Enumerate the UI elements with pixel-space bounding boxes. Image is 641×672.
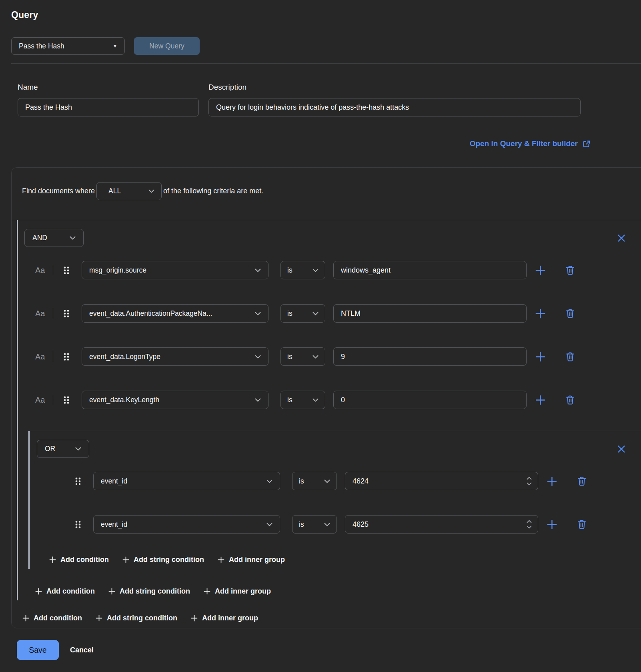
row-divider [53,351,53,362]
save-button[interactable]: Save [17,640,59,660]
trash-icon [565,351,575,362]
cancel-button[interactable]: Cancel [70,646,94,654]
delete-condition-button[interactable] [565,351,575,362]
operator-select-value: is [287,353,292,361]
value-input[interactable] [333,391,527,409]
number-stepper[interactable] [527,477,532,485]
add-inner-group-button[interactable]: Add inner group [191,614,258,622]
add-inner-group-button[interactable]: Add inner group [204,587,271,596]
trash-icon [565,265,575,275]
delete-condition-button[interactable] [577,519,587,530]
open-builder-link-label: Open in Query & Filter builder [470,139,578,148]
delete-condition-button[interactable] [565,308,575,319]
field-select[interactable]: event_id [93,515,280,534]
value-input[interactable] [345,515,538,534]
caret-down-icon: ▼ [113,44,117,48]
add-condition-button[interactable]: Add condition [49,556,109,564]
condition-row: Aa event_data.KeyLength is [12,391,641,409]
add-string-condition-button[interactable]: Add string condition [96,614,177,622]
field-select-value: event_data.KeyLength [89,396,159,404]
name-input[interactable] [18,98,199,116]
drag-handle-icon[interactable] [64,309,69,318]
operator-select[interactable]: is [280,347,325,366]
external-link-icon [582,140,591,148]
chevron-up-icon [527,477,532,480]
group-operator-select[interactable]: AND [24,229,84,247]
drag-handle-icon[interactable] [64,396,69,404]
open-builder-link[interactable]: Open in Query & Filter builder [470,139,591,148]
drag-handle-icon[interactable] [64,353,69,361]
operator-select[interactable]: is [280,391,325,409]
chevron-down-icon [255,312,261,315]
chevron-up-icon [527,520,532,523]
header-divider [11,63,641,64]
add-sibling-button[interactable] [535,395,546,405]
add-condition-button[interactable]: Add condition [22,614,82,622]
add-sibling-button[interactable] [535,351,546,362]
chevron-down-icon [312,312,318,315]
operator-select[interactable]: is [280,304,325,323]
plus-icon [108,588,115,595]
row-divider [53,308,53,319]
chevron-down-icon [312,269,318,272]
delete-condition-button[interactable] [565,395,575,405]
description-input[interactable] [208,98,581,116]
remove-group-button[interactable] [617,445,626,453]
value-input[interactable] [333,304,527,323]
field-select[interactable]: msg_origin.source [82,261,268,279]
value-input[interactable] [333,261,527,279]
value-input[interactable] [333,347,527,366]
chevron-down-icon [266,523,272,526]
field-select-value: event_id [101,520,127,529]
plus-icon [204,588,210,595]
drag-handle-icon[interactable] [75,520,81,529]
field-select[interactable]: event_data.LogonType [82,347,268,366]
field-select-value: event_id [101,477,127,485]
plus-icon [535,395,546,405]
add-inner-group-label: Add inner group [229,556,285,564]
plus-icon [218,556,224,563]
drag-handle-icon[interactable] [64,266,69,275]
and-group-add-row: Add condition Add string condition Add i… [12,587,641,596]
operator-select[interactable]: is [280,261,325,279]
field-select[interactable]: event_id [93,472,280,490]
plus-icon [535,351,546,362]
chevron-down-icon [324,479,330,483]
chevron-down-icon [255,355,261,359]
chevron-down-icon [312,398,318,402]
group-operator-select[interactable]: OR [37,440,89,458]
add-sibling-button[interactable] [547,519,557,530]
condition-row: Aa msg_origin.source is [12,261,641,279]
number-stepper[interactable] [527,520,532,529]
plus-icon [535,308,546,319]
plus-icon [35,588,42,595]
add-string-condition-label: Add string condition [120,587,190,596]
add-sibling-button[interactable] [547,476,557,487]
add-condition-label: Add condition [34,614,82,622]
add-string-condition-button[interactable]: Add string condition [122,556,204,564]
find-suffix: of the following criteria are met. [163,187,263,195]
value-input[interactable] [345,472,538,490]
operator-select-value: is [299,520,304,529]
drag-handle-icon[interactable] [75,477,81,485]
operator-select[interactable]: is [292,472,337,490]
add-inner-group-button[interactable]: Add inner group [218,556,285,564]
string-type-icon: Aa [35,309,50,318]
saved-query-select[interactable]: Pass the Hash ▼ [11,37,125,55]
field-select[interactable]: event_data.KeyLength [82,391,268,409]
delete-condition-button[interactable] [577,476,587,486]
add-sibling-button[interactable] [535,308,546,319]
and-group: AND Aa msg_origin.source is [12,220,641,600]
chevron-down-icon [527,526,532,529]
operator-select[interactable]: is [292,515,337,534]
remove-group-button[interactable] [617,234,626,243]
delete-condition-button[interactable] [565,265,575,275]
add-condition-button[interactable]: Add condition [35,587,95,596]
condition-row: event_id is [28,472,641,490]
name-label: Name [18,83,199,92]
field-select[interactable]: event_data.AuthenticationPackageNa... [82,304,268,323]
add-sibling-button[interactable] [535,265,546,276]
match-type-select[interactable]: ALL [96,182,162,200]
add-string-condition-button[interactable]: Add string condition [108,587,190,596]
new-query-button[interactable]: New Query [134,37,200,55]
